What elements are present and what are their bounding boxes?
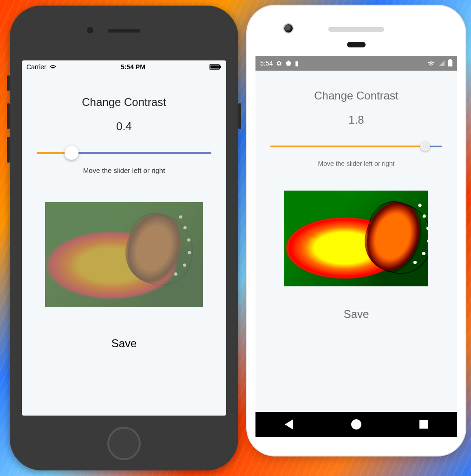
volume-up-btn[interactable] [7,103,10,129]
mute-switch[interactable] [7,75,10,91]
sd-card-icon: ▮ [295,60,299,67]
front-camera-icon [283,23,294,33]
save-button[interactable]: Save [111,337,137,350]
contrast-value: 0.4 [30,120,218,133]
svg-rect-2 [220,66,221,68]
ios-screen: Carrier 5:54 PM Change Contrast 0.4 [22,60,226,416]
preview-image [284,191,428,286]
gear-icon: ✿ [276,60,282,67]
signal-icon [439,60,445,66]
volume-down-btn[interactable] [7,137,10,163]
page-title: Change Contrast [30,96,218,109]
pixel-device-frame: 5:54 ✿ ⬟ ▮ Change Contrast 1.8 [247,6,465,456]
battery-icon [209,64,222,70]
contrast-slider[interactable] [37,146,211,160]
android-status-bar: 5:54 ✿ ⬟ ▮ [255,56,457,71]
status-time: 5:54 [260,60,273,67]
preview-image [45,202,203,307]
nav-recent-button[interactable] [419,420,428,429]
contrast-app: Change Contrast 1.8 Move the slider left… [255,71,457,321]
shield-icon: ⬟ [286,60,291,67]
home-button[interactable] [107,427,141,460]
wifi-icon [49,64,57,70]
sensor-pill [347,42,366,47]
slider-hint: Move the slider left or right [264,160,449,167]
earpiece-speaker [108,29,140,33]
page-title: Change Contrast [264,89,449,102]
nav-home-button[interactable] [351,419,361,430]
battery-icon [448,60,452,66]
save-button[interactable]: Save [344,308,369,321]
contrast-app: Change Contrast 0.4 Move the slider left… [22,73,226,350]
wifi-icon [427,60,435,66]
power-btn[interactable] [238,103,241,129]
contrast-slider[interactable] [270,139,442,153]
ios-status-bar: Carrier 5:54 PM [22,60,226,73]
android-screen: 5:54 ✿ ⬟ ▮ Change Contrast 1.8 [255,56,457,437]
status-time: 5:54 PM [121,63,145,71]
slider-track-active [270,146,425,147]
front-camera-icon [87,27,93,33]
slider-thumb[interactable] [65,146,78,160]
contrast-value: 1.8 [264,113,449,126]
slider-hint: Move the slider left or right [30,166,218,174]
earpiece-speaker [328,27,384,32]
iphone-device-frame: Carrier 5:54 PM Change Contrast 0.4 [10,6,238,470]
slider-thumb[interactable] [420,141,430,152]
nav-back-button[interactable] [285,419,293,430]
svg-rect-1 [210,66,219,69]
android-nav-bar [255,412,457,437]
carrier-label: Carrier [26,63,46,71]
